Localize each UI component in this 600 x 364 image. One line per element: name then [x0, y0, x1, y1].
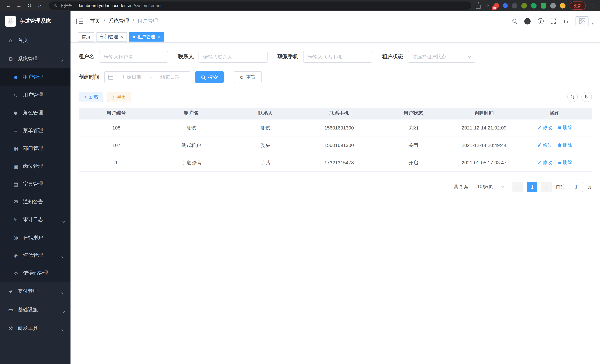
user-menu[interactable]: [575, 16, 594, 26]
sidebar-item-audit-log[interactable]: ✎ 审计日志: [0, 211, 71, 229]
created-cell: 2021-12-14 20:49:44: [451, 137, 517, 154]
sidebar-item-dev-tools[interactable]: ⚒ 研发工具: [0, 319, 71, 338]
not-secure-label: 不安全: [60, 3, 72, 8]
toggle-search-button[interactable]: [567, 92, 578, 102]
help-icon[interactable]: ?: [537, 18, 544, 24]
search-icon[interactable]: [512, 19, 517, 24]
delete-link[interactable]: 删除: [557, 142, 572, 149]
sidebar-item-label: 短信管理: [23, 252, 43, 259]
sidebar-item-label: 角色管理: [23, 110, 43, 116]
extension-icon[interactable]: [531, 3, 536, 8]
browser-update-button[interactable]: 更新: [570, 1, 586, 10]
sidebar-item-menu-management[interactable]: ≡ 菜单管理: [0, 122, 71, 140]
extension-icon[interactable]: 10: [494, 3, 499, 8]
sidebar-item-dict-management[interactable]: ▤ 字典管理: [0, 175, 71, 193]
sidebar-item-notice[interactable]: ✉ 通知公告: [0, 193, 71, 211]
date-range-separator: -: [150, 75, 152, 80]
breadcrumb-system-management[interactable]: 系统管理: [108, 18, 129, 25]
sidebar-item-infrastructure[interactable]: ▭ 基础设施: [0, 300, 71, 319]
page-button-1[interactable]: 1: [527, 182, 537, 192]
font-size-icon[interactable]: TT: [563, 18, 568, 24]
chevron-down-icon: [468, 54, 471, 57]
chevron-down-icon: [61, 309, 65, 313]
next-page-button[interactable]: ›: [541, 182, 552, 192]
sidebar-item-dept-management[interactable]: ▦ 部门管理: [0, 140, 71, 157]
sidebar-item-sms-management[interactable]: ◈ 短信管理: [0, 246, 71, 264]
calendar-icon: [108, 75, 113, 80]
create-time-range-picker[interactable]: 开始日期 - 结束日期: [104, 71, 190, 83]
browser-forward-icon[interactable]: →: [14, 1, 24, 10]
plus-icon: +: [84, 94, 87, 99]
prev-page-button[interactable]: ‹: [512, 182, 523, 192]
tenant-id-cell: 107: [79, 137, 154, 154]
contact-input[interactable]: [198, 51, 268, 63]
tab-dept-management[interactable]: 部门管理 ×: [96, 32, 127, 41]
tab-tenant-management[interactable]: 租户管理 ×: [129, 32, 164, 41]
sidebar-item-home[interactable]: ⌂ 首页: [0, 31, 71, 50]
sidebar-item-system-management[interactable]: ⚙ 系统管理: [0, 50, 71, 68]
sidebar-item-payment-management[interactable]: ¥ 支付管理: [0, 282, 71, 300]
menu-list-icon: ≡: [13, 128, 19, 134]
delete-link[interactable]: 删除: [557, 159, 572, 166]
sidebar-item-post-management[interactable]: ▣ 岗位管理: [0, 157, 71, 175]
sidebar-collapse-icon[interactable]: [76, 19, 83, 24]
extension-icon[interactable]: [560, 3, 565, 8]
chevron-down-icon[interactable]: [591, 22, 594, 24]
extensions-puzzle-icon[interactable]: [550, 3, 556, 8]
column-header: 租户名: [154, 108, 229, 119]
export-button[interactable]: ↓ 导出: [107, 92, 131, 102]
tenant-id-cell: 108: [79, 119, 154, 137]
extension-badge: 10: [492, 6, 497, 10]
tenant-name-label: 租户名: [79, 53, 94, 60]
extension-icon[interactable]: [512, 3, 517, 8]
download-icon: ↓: [112, 94, 115, 99]
close-icon[interactable]: ×: [121, 35, 123, 39]
breadcrumb-current: 租户管理: [137, 18, 158, 25]
sidebar-item-role-management[interactable]: ☻ 角色管理: [0, 104, 71, 122]
edit-link[interactable]: 修改: [537, 159, 552, 166]
tenant-name-input[interactable]: [99, 51, 168, 63]
browser-reload-icon[interactable]: ↻: [25, 1, 34, 10]
tab-label: 首页: [82, 34, 91, 40]
tenant-status-select[interactable]: 请选择租户状态: [408, 51, 475, 63]
column-header: 联系人: [229, 108, 302, 119]
mobile-input[interactable]: [303, 51, 372, 63]
edit-link[interactable]: 修改: [537, 125, 552, 131]
add-button[interactable]: + 新增: [79, 92, 103, 102]
reset-button[interactable]: ↻ 重置: [234, 71, 262, 83]
extension-icon[interactable]: [521, 3, 527, 8]
browser-home-icon[interactable]: ⌂: [35, 1, 45, 10]
fullscreen-icon[interactable]: [551, 19, 556, 24]
sidebar-item-label: 基础设施: [18, 307, 38, 313]
extension-icon[interactable]: [502, 2, 508, 9]
avatar[interactable]: [575, 16, 589, 26]
app-title: 芋道管理系统: [20, 18, 51, 25]
browser-back-icon[interactable]: ←: [4, 1, 13, 10]
delete-link[interactable]: 删除: [557, 125, 572, 131]
breadcrumb-home[interactable]: 首页: [90, 18, 100, 25]
total-count: 共 3 条: [454, 184, 469, 190]
bookmark-star-icon[interactable]: ☆: [485, 3, 489, 9]
sidebar-item-online-users[interactable]: ◎ 在线用户: [0, 229, 71, 246]
chevron-down-icon: [61, 219, 65, 223]
browser-toolbar-right: ↑ ☆ 10 更新 ⋮: [476, 1, 596, 10]
sidebar-item-tenant-management[interactable]: ☻ 租户管理: [0, 68, 71, 86]
page-size-select[interactable]: 10条/页: [473, 182, 508, 192]
share-icon[interactable]: ↑: [476, 5, 481, 9]
sidebar-item-error-code-management[interactable]: </> 错误码管理: [0, 264, 71, 282]
search-button[interactable]: 搜索: [195, 71, 224, 83]
logo-area[interactable]: 芋道管理系统: [0, 11, 71, 31]
refresh-table-button[interactable]: ↻: [581, 92, 592, 102]
sidebar-item-user-management[interactable]: ☺ 用户管理: [0, 86, 71, 104]
github-icon[interactable]: [524, 18, 530, 24]
sidebar: 芋道管理系统 ⌂ 首页 ⚙ 系统管理 ☻ 租户管理 ☺ 用户管理: [0, 11, 71, 364]
tab-home[interactable]: 首页: [78, 32, 94, 41]
extension-icon[interactable]: [541, 3, 546, 8]
sidebar-item-label: 支付管理: [18, 288, 38, 295]
close-icon[interactable]: ×: [158, 35, 160, 39]
edit-link[interactable]: 修改: [537, 142, 552, 149]
actions-cell: 修改删除: [517, 154, 592, 171]
goto-page-input[interactable]: [570, 182, 583, 192]
browser-menu-icon[interactable]: ⋮: [590, 3, 596, 8]
address-bar[interactable]: ⚠ 不安全 dashboard.yudao.iocoder.cn/system/…: [49, 1, 471, 10]
